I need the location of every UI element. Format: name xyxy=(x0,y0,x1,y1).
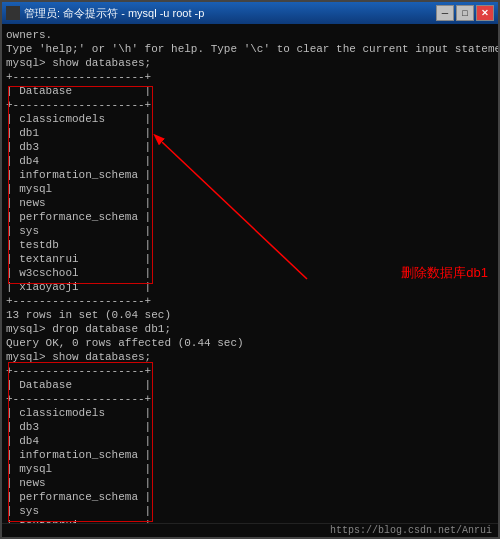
url-bar: https://blog.csdn.net/Anrui xyxy=(2,523,498,537)
terminal-line: Query OK, 0 rows affected (0.44 sec) xyxy=(6,336,494,350)
title-bar-buttons[interactable]: ─ □ ✕ xyxy=(436,5,494,21)
database-list-box-1 xyxy=(8,86,153,284)
close-button[interactable]: ✕ xyxy=(476,5,494,21)
terminal-window: 管理员: 命令提示符 - mysql -u root -p ─ □ ✕ owne… xyxy=(0,0,500,539)
terminal-line: Type 'help;' or '\h' for help. Type '\c'… xyxy=(6,42,494,56)
terminal-content: owners.Type 'help;' or '\h' for help. Ty… xyxy=(2,24,498,523)
title-bar: 管理员: 命令提示符 - mysql -u root -p ─ □ ✕ xyxy=(2,2,498,24)
minimize-button[interactable]: ─ xyxy=(436,5,454,21)
title-bar-left: 管理员: 命令提示符 - mysql -u root -p xyxy=(6,6,204,21)
window-title: 管理员: 命令提示符 - mysql -u root -p xyxy=(24,6,204,21)
maximize-button[interactable]: □ xyxy=(456,5,474,21)
terminal-line: owners. xyxy=(6,28,494,42)
terminal-line: +--------------------+ xyxy=(6,70,494,84)
terminal-line: +--------------------+ xyxy=(6,294,494,308)
annotation-text: 删除数据库db1 xyxy=(401,264,488,282)
url-text: https://blog.csdn.net/Anrui xyxy=(330,525,492,536)
terminal-line: mysql> show databases; xyxy=(6,56,494,70)
database-list-box-2 xyxy=(8,362,153,522)
terminal-line: mysql> drop database db1; xyxy=(6,322,494,336)
window-icon xyxy=(6,6,20,20)
terminal-line: 13 rows in set (0.04 sec) xyxy=(6,308,494,322)
